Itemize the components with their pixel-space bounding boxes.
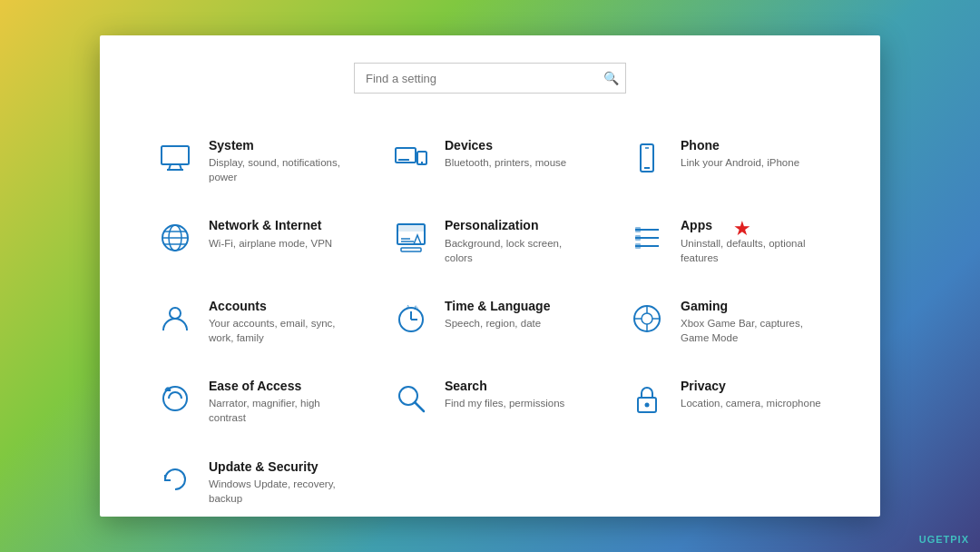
update-title: Update & Security bbox=[209, 458, 354, 475]
personalization-desc: Background, lock screen, colors bbox=[445, 236, 590, 265]
setting-item-accounts[interactable]: AccountsYour accounts, email, sync, work… bbox=[136, 281, 372, 361]
svg-rect-21 bbox=[401, 248, 421, 251]
setting-item-ease[interactable]: Ease of AccessNarrator, magnifier, high … bbox=[136, 361, 372, 441]
network-title: Network & Internet bbox=[209, 217, 332, 233]
personalization-title: Personalization bbox=[445, 217, 590, 233]
watermark: UGETPIX bbox=[919, 534, 969, 545]
svg-rect-18 bbox=[397, 224, 425, 232]
privacy-title: Privacy bbox=[681, 378, 821, 394]
update-icon bbox=[154, 458, 196, 500]
ease-desc: Narrator, magnifier, high contrast bbox=[209, 396, 354, 425]
time-icon: A あ bbox=[390, 298, 432, 340]
accounts-desc: Your accounts, email, sync, work, family bbox=[209, 316, 354, 345]
accounts-title: Accounts bbox=[209, 298, 354, 314]
time-title: Time & Language bbox=[445, 298, 550, 314]
devices-desc: Bluetooth, printers, mouse bbox=[445, 155, 566, 170]
privacy-desc: Location, camera, microphone bbox=[681, 396, 821, 410]
svg-point-45 bbox=[645, 403, 650, 408]
search-title: Search bbox=[445, 378, 564, 394]
system-title: System bbox=[209, 137, 354, 153]
accounts-icon bbox=[154, 298, 196, 340]
svg-rect-7 bbox=[398, 159, 409, 161]
devices-title: Devices bbox=[445, 137, 566, 153]
update-desc: Windows Update, recovery, backup bbox=[209, 477, 354, 506]
svg-line-43 bbox=[415, 402, 424, 411]
apps-icon bbox=[626, 217, 668, 259]
setting-item-time[interactable]: A あ Time & LanguageSpeech, region, date bbox=[372, 281, 608, 361]
setting-item-phone[interactable]: PhoneLink your Android, iPhone bbox=[608, 121, 844, 201]
phone-desc: Link your Android, iPhone bbox=[681, 155, 799, 170]
time-desc: Speech, region, date bbox=[445, 316, 550, 330]
svg-rect-25 bbox=[635, 227, 641, 232]
setting-item-devices[interactable]: DevicesBluetooth, printers, mouse bbox=[372, 121, 608, 201]
setting-item-privacy[interactable]: PrivacyLocation, camera, microphone bbox=[608, 361, 844, 441]
personalization-icon bbox=[390, 217, 432, 259]
apps-desc: Uninstall, defaults, optional features bbox=[681, 236, 826, 265]
search-desc: Find my files, permissions bbox=[445, 396, 564, 410]
system-desc: Display, sound, notifications, power bbox=[209, 155, 354, 184]
setting-item-gaming[interactable]: GamingXbox Game Bar, captures, Game Mode bbox=[608, 281, 844, 361]
search-input[interactable] bbox=[354, 63, 626, 94]
search-bar-container: 🔍 bbox=[354, 63, 626, 94]
svg-rect-26 bbox=[635, 235, 641, 241]
apps-title: Apps bbox=[681, 217, 826, 233]
svg-rect-0 bbox=[162, 146, 189, 164]
setting-item-apps[interactable]: AppsUninstall, defaults, optional featur… bbox=[608, 201, 844, 281]
svg-text:あ: あ bbox=[414, 304, 418, 310]
phone-title: Phone bbox=[681, 137, 799, 153]
search-icon bbox=[390, 378, 432, 419]
svg-rect-27 bbox=[635, 243, 641, 249]
ease-icon bbox=[154, 378, 196, 419]
system-icon bbox=[154, 137, 196, 179]
privacy-icon bbox=[626, 378, 668, 419]
ease-title: Ease of Access bbox=[209, 378, 354, 394]
settings-window: 🔍 SystemDisplay, sound, notifications, p… bbox=[100, 35, 880, 517]
settings-grid: SystemDisplay, sound, notifications, pow… bbox=[136, 121, 844, 522]
network-desc: Wi-Fi, airplane mode, VPN bbox=[209, 236, 332, 251]
setting-item-search[interactable]: SearchFind my files, permissions bbox=[372, 361, 608, 441]
devices-icon bbox=[390, 137, 432, 179]
gaming-desc: Xbox Game Bar, captures, Game Mode bbox=[681, 316, 826, 345]
setting-item-personalization[interactable]: PersonalizationBackground, lock screen, … bbox=[372, 201, 608, 281]
gaming-title: Gaming bbox=[681, 298, 826, 314]
setting-item-network[interactable]: Network & InternetWi-Fi, airplane mode, … bbox=[136, 201, 372, 281]
network-icon bbox=[154, 217, 196, 259]
setting-item-system[interactable]: SystemDisplay, sound, notifications, pow… bbox=[136, 121, 372, 201]
svg-point-28 bbox=[170, 308, 181, 319]
svg-point-35 bbox=[642, 313, 652, 324]
setting-item-update[interactable]: Update & SecurityWindows Update, recover… bbox=[136, 442, 372, 522]
gaming-icon bbox=[626, 298, 668, 340]
phone-icon bbox=[626, 137, 668, 179]
